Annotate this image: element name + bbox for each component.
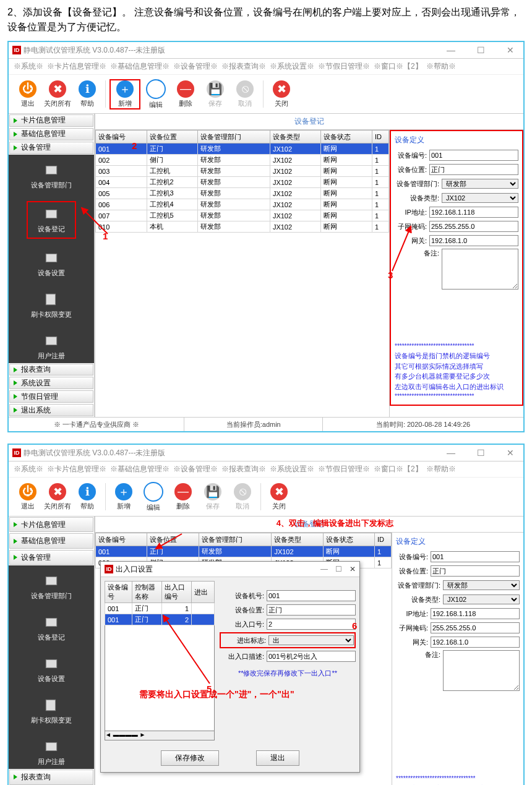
menu-help[interactable]: ※帮助※	[426, 61, 456, 72]
input-gw[interactable]	[429, 235, 518, 246]
input-mask[interactable]	[431, 622, 520, 633]
input-device-num[interactable]	[429, 150, 518, 161]
nav-card-info[interactable]: 卡片信息管理	[9, 517, 93, 532]
nav-item-device-register[interactable]: 设备登记	[27, 201, 76, 239]
add-button[interactable]: ＋新增	[109, 483, 138, 511]
cancel-button[interactable]: ⦸取消	[228, 483, 257, 511]
nav-exit[interactable]: 退出系统	[9, 404, 93, 416]
menu-holiday[interactable]: ※节假日管理※	[318, 61, 370, 72]
close-button[interactable]: ✖关闭	[265, 483, 293, 511]
input-dlg-pos[interactable]	[267, 604, 356, 616]
select-dept[interactable]: 研发部	[443, 580, 520, 590]
nav-card-info[interactable]: 卡片信息管理	[9, 114, 93, 127]
nav-report[interactable]: 报表查询	[9, 364, 93, 376]
nav-holiday[interactable]: 节假日管理	[9, 390, 93, 403]
input-device-pos[interactable]	[431, 565, 520, 577]
input-ioport[interactable]	[267, 619, 356, 630]
device-table[interactable]: 设备编号设备位置设备管理部门设备类型设备状态ID 001正门研发部JX102断网…	[95, 130, 389, 233]
cancel-button[interactable]: ⦸取消	[231, 80, 259, 108]
help-button[interactable]: ℹ帮助	[73, 483, 101, 511]
close-window-button[interactable]: ✕	[501, 448, 520, 458]
select-dept[interactable]: 研发部	[442, 179, 518, 189]
dlg-exit-button[interactable]: 退出	[256, 750, 299, 766]
nav-item-card-perm[interactable]: 刷卡权限变更	[28, 289, 74, 322]
input-desc[interactable]	[267, 651, 356, 662]
nav-item-device-register[interactable]: 设备登记	[35, 612, 67, 645]
input-remark[interactable]	[443, 650, 520, 691]
table-row[interactable]: 004工控机2研发部JX102断网1	[96, 177, 389, 188]
nav-item-device-setting[interactable]: 设备设置	[35, 653, 67, 686]
menu-report[interactable]: ※报表查询※	[221, 464, 266, 474]
maximize-button[interactable]: ☐	[471, 45, 490, 55]
dlg-max-button[interactable]: ☐	[335, 565, 342, 573]
nav-report[interactable]: 报表查询	[9, 770, 93, 784]
input-machno[interactable]	[267, 590, 356, 601]
table-row[interactable]: 001正门研发部JX102断网1	[96, 546, 392, 557]
add-button[interactable]: ＋新增	[109, 79, 140, 109]
dlg-close-button[interactable]: ✕	[350, 565, 356, 573]
maximize-button[interactable]: ☐	[471, 448, 490, 458]
menu-basic[interactable]: ※基础信息管理※	[110, 61, 169, 72]
delete-button[interactable]: —删除	[169, 483, 197, 511]
close-window-button[interactable]: ✕	[501, 45, 520, 55]
menu-card[interactable]: ※卡片信息管理※	[47, 61, 106, 72]
close-button[interactable]: ✖关闭	[267, 80, 296, 108]
nav-item-dept[interactable]: 设备管理部门	[28, 570, 74, 603]
menu-system[interactable]: ※系统※	[14, 464, 43, 474]
menu-basic[interactable]: ※基础信息管理※	[110, 464, 169, 474]
menu-device[interactable]: ※设备管理※	[173, 61, 218, 72]
menu-card[interactable]: ※卡片信息管理※	[47, 464, 106, 474]
menu-window[interactable]: ※窗口※【2】	[374, 61, 423, 72]
menu-settings[interactable]: ※系统设置※	[270, 61, 314, 72]
help-button[interactable]: ℹ帮助	[73, 80, 101, 108]
delete-button[interactable]: —删除	[171, 80, 200, 108]
nav-device-mgmt[interactable]: 设备管理	[9, 550, 93, 565]
menu-holiday[interactable]: ※节假日管理※	[318, 464, 370, 474]
closeall-button[interactable]: ✖关闭所有	[43, 483, 72, 511]
table-row[interactable]: 003工控机研发部JX102断网1	[96, 166, 389, 177]
menu-system[interactable]: ※系统※	[14, 61, 43, 72]
menu-window[interactable]: ※窗口※【2】	[374, 464, 423, 474]
dlg-save-button[interactable]: 保存修改	[161, 750, 219, 766]
nav-sys-settings[interactable]: 系统设置	[9, 377, 93, 389]
menu-help[interactable]: ※帮助※	[426, 464, 456, 474]
dlg-min-button[interactable]: —	[320, 565, 328, 573]
closeall-button[interactable]: ✖关闭所有	[43, 80, 72, 108]
exit-button[interactable]: ⏻退出	[14, 483, 42, 511]
input-ip[interactable]	[431, 608, 520, 619]
save-button[interactable]: 💾保存	[199, 483, 227, 511]
exit-button[interactable]: ⏻退出	[14, 80, 42, 108]
table-row[interactable]: 001正门2	[105, 614, 215, 625]
input-gw[interactable]	[431, 637, 520, 648]
minimize-button[interactable]: —	[442, 45, 460, 55]
input-mask[interactable]	[429, 221, 518, 232]
nav-item-user-reg[interactable]: 用户注册	[35, 330, 67, 363]
table-row[interactable]: 001正门1	[105, 603, 215, 614]
table-row[interactable]: 010本机研发部JX102断网1	[96, 221, 389, 233]
nav-device-mgmt[interactable]: 设备管理	[9, 142, 93, 154]
input-device-num[interactable]	[431, 551, 520, 562]
input-remark[interactable]	[442, 249, 518, 290]
select-type[interactable]: JX102	[443, 594, 520, 604]
menu-device[interactable]: ※设备管理※	[173, 464, 218, 474]
nav-item-device-setting[interactable]: 设备设置	[35, 247, 67, 280]
io-table[interactable]: 设备编号控制器名称出入口编号进出 001正门1 001正门2	[105, 581, 215, 625]
edit-button[interactable]: ✎编辑	[139, 482, 168, 512]
table-row[interactable]: 005工控机3研发部JX102断网1	[96, 188, 389, 199]
edit-button[interactable]: ✎编辑	[142, 79, 170, 109]
table-row[interactable]: 001正门研发部JX102断网1	[96, 144, 389, 155]
select-flag[interactable]: 出	[268, 635, 354, 645]
nav-basic-info[interactable]: 基础信息管理	[9, 128, 93, 140]
nav-item-dept[interactable]: 设备管理部门	[28, 160, 74, 192]
select-type[interactable]: JX102	[442, 193, 518, 203]
minimize-button[interactable]: —	[442, 448, 460, 458]
table-row[interactable]: 002侧门研发部JX102断网1	[96, 155, 389, 166]
input-device-pos[interactable]	[429, 164, 518, 175]
table-row[interactable]: 007工控机5研发部JX102断网1	[96, 210, 389, 221]
nav-item-user-reg[interactable]: 用户注册	[35, 736, 67, 769]
table-row[interactable]: 006工控机4研发部JX102断网1	[96, 199, 389, 210]
save-button[interactable]: 💾保存	[201, 80, 230, 108]
nav-basic-info[interactable]: 基础信息管理	[9, 533, 93, 548]
menu-report[interactable]: ※报表查询※	[221, 61, 266, 72]
nav-item-card-perm[interactable]: 刷卡权限变更	[28, 695, 74, 727]
